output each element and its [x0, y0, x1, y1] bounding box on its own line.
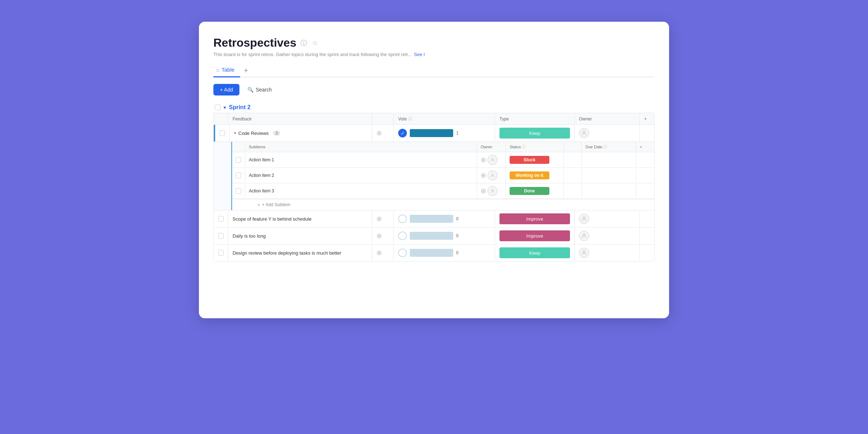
- add-subitem-plus-icon: +: [258, 202, 260, 208]
- subitem-add-owner-icon[interactable]: ⊕: [481, 156, 486, 164]
- row-vote-cell: 0: [394, 245, 495, 261]
- subitem-empty-cell: [564, 169, 582, 182]
- row-extra-cell: [640, 211, 654, 227]
- see-more-link[interactable]: See l: [414, 52, 425, 57]
- col-header-plus[interactable]: +: [640, 113, 654, 124]
- row-add-cell[interactable]: ⊕: [372, 228, 394, 244]
- svg-point-4: [583, 217, 585, 219]
- row-checkbox-cell: [214, 245, 228, 261]
- vote-checked-icon[interactable]: ✓: [398, 129, 407, 137]
- row-add-cell[interactable]: ⊕: [372, 211, 394, 227]
- vote-info-icon: ⓘ: [408, 116, 412, 122]
- subitem-owner-cell: ⊕: [477, 183, 506, 199]
- vote-circle-icon[interactable]: [398, 214, 407, 223]
- vote-count: 0: [456, 216, 461, 221]
- row-checkbox[interactable]: [218, 250, 224, 256]
- tab-table[interactable]: ⌂ Table: [213, 64, 240, 77]
- subitem-owner-cell: ⊕: [477, 168, 506, 183]
- add-subitem-row[interactable]: + + Add Subitem: [232, 199, 654, 210]
- subitem-label-cell: Action Item 1: [245, 153, 477, 167]
- svg-point-2: [492, 174, 494, 175]
- subitem-extra-cell: [636, 153, 654, 167]
- subitem-label-cell: Action Item 3: [245, 184, 477, 198]
- row-checkbox[interactable]: [220, 130, 225, 136]
- table-row: Daily is too long ⊕ 0 Improve: [214, 227, 654, 244]
- expand-icon[interactable]: ▾: [234, 131, 236, 136]
- row-label-cell: Daily is too long: [228, 228, 372, 244]
- subitem-add-owner-icon[interactable]: ⊕: [481, 187, 486, 195]
- svg-point-5: [583, 234, 585, 236]
- col-header-vote: Vote ⓘ: [394, 113, 495, 124]
- row-vote-cell: 0: [394, 228, 495, 244]
- row-type-cell: Improve: [495, 227, 575, 244]
- row-checkbox-cell: [214, 211, 228, 227]
- row-type-cell: Keep: [495, 244, 575, 261]
- subitem-status-cell: Working on it: [506, 169, 564, 182]
- subitem-col-add[interactable]: +: [636, 142, 654, 152]
- page-title: Retrospectives: [213, 36, 296, 50]
- subitem-add-owner-icon[interactable]: ⊕: [481, 171, 486, 179]
- info-icon-btn[interactable]: ⓘ: [300, 38, 308, 48]
- svg-point-6: [583, 251, 585, 253]
- owner-avatar: [579, 248, 589, 258]
- row-checkbox[interactable]: [218, 233, 224, 239]
- vote-count: 0: [456, 233, 461, 238]
- vote-bar-empty: [410, 232, 453, 240]
- status-badge: Stuck: [510, 156, 549, 164]
- search-icon: 🔍: [247, 87, 254, 93]
- subitem-col-duedate: Due Date ⓘ: [582, 142, 636, 152]
- row-extra-cell: [640, 245, 654, 261]
- tabs-row: ⌂ Table +: [213, 64, 655, 77]
- subitem-checkbox-cell: [232, 169, 245, 182]
- subitem-checkbox[interactable]: [236, 173, 241, 178]
- toolbar: + Add 🔍 Search: [213, 84, 655, 95]
- subitem-col-checkbox: [232, 142, 245, 152]
- type-badge: Keep: [499, 128, 570, 139]
- row-extra-cell: [640, 228, 654, 244]
- col-header-checkbox: [214, 113, 228, 124]
- owner-avatar: [579, 231, 589, 241]
- vote-circle-icon[interactable]: [398, 231, 407, 240]
- search-button[interactable]: 🔍 Search: [243, 85, 276, 95]
- row-add-cell[interactable]: ⊕: [372, 245, 394, 261]
- section-checkbox[interactable]: [215, 105, 221, 110]
- add-row-icon[interactable]: ⊕: [376, 129, 382, 137]
- section-chevron-icon[interactable]: ▾: [224, 105, 226, 110]
- vote-bar-filled: [410, 129, 453, 137]
- row-owner-cell: [575, 211, 640, 227]
- tab-add-button[interactable]: +: [240, 65, 252, 76]
- add-row-icon[interactable]: ⊕: [376, 215, 382, 223]
- subitem-checkbox[interactable]: [236, 188, 241, 194]
- row-owner-cell: [575, 125, 640, 141]
- status-badge: Working on it: [510, 171, 549, 179]
- subitem-col-owner: Owner: [477, 142, 506, 152]
- subitem-status-cell: Stuck: [506, 153, 564, 167]
- vote-circle-icon[interactable]: [398, 248, 407, 257]
- page-description: This board is for sprint retros. Gather …: [213, 52, 655, 57]
- owner-avatar: [579, 128, 589, 138]
- row-checkbox[interactable]: [218, 216, 224, 222]
- vote-bar-empty: [410, 215, 453, 223]
- col-header-add: [372, 113, 394, 124]
- owner-avatar: [579, 214, 589, 224]
- row-owner-cell: [575, 228, 640, 244]
- subitem-col-empty: [564, 142, 582, 152]
- add-row-icon[interactable]: ⊕: [376, 249, 382, 257]
- col-header-owner: Owner: [575, 113, 640, 124]
- svg-point-3: [492, 189, 494, 191]
- row-add-cell[interactable]: ⊕: [372, 125, 394, 141]
- subitem-extra-cell: [636, 169, 654, 182]
- subitem-owner-avatar: [488, 186, 498, 196]
- vote-bar-empty: [410, 249, 453, 257]
- col-header-type: Type: [495, 113, 575, 124]
- type-badge: Improve: [499, 213, 570, 224]
- star-icon-btn[interactable]: ☆: [311, 38, 319, 48]
- add-subitem-label[interactable]: + Add Subitem: [262, 202, 290, 207]
- subitem-checkbox-cell: [232, 153, 245, 167]
- row-label-cell: ▾ Code Reviews 3: [230, 125, 372, 141]
- subitem-checkbox[interactable]: [236, 157, 241, 163]
- add-button[interactable]: + Add: [213, 84, 239, 95]
- add-row-icon[interactable]: ⊕: [376, 232, 382, 240]
- app-container: Retrospectives ⓘ ☆ This board is for spr…: [199, 22, 669, 318]
- row-checkbox-cell: [215, 125, 230, 141]
